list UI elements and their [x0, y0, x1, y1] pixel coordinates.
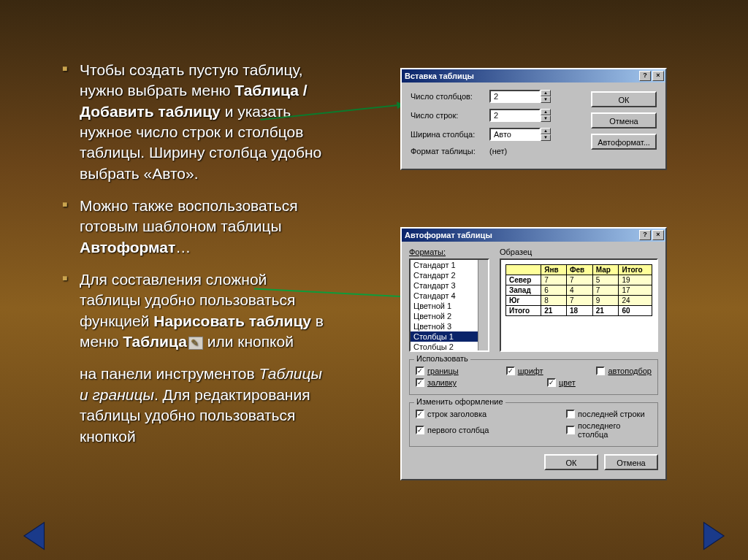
rows-input[interactable]: 2▲▼ — [489, 109, 555, 122]
text-bold: Автоформат — [80, 239, 175, 256]
formats-label: Форматы: — [409, 248, 489, 256]
group-title: Изменить оформление — [414, 397, 505, 406]
spin-down-icon[interactable]: ▼ — [541, 96, 551, 103]
list-item[interactable]: Цветной 2 — [411, 311, 488, 321]
cancel-button[interactable]: Отмена — [604, 454, 658, 470]
spin-up-icon[interactable]: ▲ — [541, 90, 551, 96]
list-item[interactable]: Стандарт 3 — [411, 280, 488, 291]
close-button[interactable]: × — [652, 230, 664, 240]
autoformat-button[interactable]: Автоформат... — [591, 134, 657, 150]
preview-table: ЯнвФевМарИтогоСевер77519Запад64717Юг8792… — [505, 264, 652, 316]
cols-label: Число столбцов: — [411, 92, 489, 101]
text: на панели инструментов — [80, 365, 259, 382]
chk-first-col[interactable]: ✓первого столбца — [416, 421, 522, 439]
text: … — [175, 239, 191, 256]
cols-value[interactable]: 2 — [489, 90, 541, 103]
text-bold: Таблица — [123, 333, 187, 350]
sample-label: Образец — [500, 248, 658, 256]
text: или кнопкой — [203, 333, 294, 350]
chk-autofit[interactable]: автоподбор — [596, 367, 652, 375]
apply-group: Изменить оформление ✓строк заголовка пос… — [409, 402, 658, 447]
width-label: Ширина столбца: — [411, 130, 489, 139]
group-title: Использовать — [414, 354, 470, 363]
width-value[interactable]: Авто — [489, 128, 541, 141]
list-item[interactable]: Стандарт 4 — [411, 291, 488, 301]
text: Можно также воспользоваться готовым шабл… — [80, 197, 298, 234]
format-value: (нет) — [489, 147, 507, 156]
prev-slide-button[interactable] — [19, 519, 53, 553]
spin-down-icon[interactable]: ▼ — [541, 115, 551, 122]
list-item[interactable]: Столбцы 1 — [411, 331, 488, 342]
pencil-icon — [188, 337, 203, 350]
chk-font[interactable]: ✓шрифт — [506, 367, 553, 375]
svg-marker-0 — [24, 523, 45, 550]
help-button[interactable]: ? — [639, 230, 651, 240]
preview-box: ЯнвФевМарИтогоСевер77519Запад64717Юг8792… — [500, 258, 658, 352]
spin-up-icon[interactable]: ▲ — [541, 109, 551, 115]
chk-last-row[interactable]: последней строки — [566, 410, 652, 418]
bullet-list: Чтобы создать пустую таблицу, нужно выбр… — [62, 60, 325, 447]
text-bold: Нарисовать таблицу — [153, 312, 311, 329]
list-item[interactable]: Стандарт 2 — [411, 270, 488, 280]
chk-color[interactable]: ✓цвет — [547, 378, 635, 387]
autoformat-dialog: Автоформат таблицы ? × Форматы: Стандарт… — [400, 227, 667, 480]
cols-input[interactable]: 2▲▼ — [489, 90, 555, 103]
chk-fill[interactable]: ✓заливку — [416, 378, 503, 387]
bullet-1: Чтобы создать пустую таблицу, нужно выбр… — [62, 60, 325, 184]
width-input[interactable]: Авто▲▼ — [489, 128, 555, 141]
dialog-title: Вставка таблицы — [405, 72, 638, 80]
rows-label: Число строк: — [411, 111, 489, 120]
ok-button[interactable]: ОК — [591, 91, 657, 107]
formats-listbox[interactable]: Стандарт 1Стандарт 2Стандарт 3Стандарт 4… — [409, 258, 489, 352]
format-label: Формат таблицы: — [411, 147, 489, 156]
spin-down-icon[interactable]: ▼ — [541, 134, 551, 141]
list-item[interactable]: Цветной 3 — [411, 321, 488, 331]
dialog-title: Автоформат таблицы — [405, 231, 638, 239]
titlebar[interactable]: Автоформат таблицы ? × — [402, 229, 665, 242]
scrollbar[interactable] — [478, 260, 488, 350]
chk-last-col[interactable]: последнего столбца — [566, 421, 652, 439]
help-button[interactable]: ? — [639, 71, 651, 81]
next-slide-button[interactable] — [695, 519, 729, 553]
use-group: Использовать ✓границы ✓шрифт автоподбор … — [409, 359, 658, 395]
cancel-button[interactable]: Отмена — [591, 112, 657, 129]
bullet-2: Можно также воспользоваться готовым шабл… — [62, 196, 325, 258]
close-button[interactable]: × — [652, 71, 664, 81]
bullet-3: Для составления сложной таблицы удобно п… — [62, 269, 325, 352]
list-item[interactable]: Цветной 1 — [411, 301, 488, 311]
ok-button[interactable]: ОК — [544, 454, 598, 470]
list-item[interactable]: Стандарт 1 — [411, 260, 488, 270]
chk-header-row[interactable]: ✓строк заголовка — [416, 410, 522, 418]
chk-borders[interactable]: ✓границы — [416, 367, 462, 375]
rows-value[interactable]: 2 — [489, 109, 541, 122]
bullet-3-continuation: на панели инструментов Таблицы и границы… — [62, 364, 325, 446]
insert-table-dialog: Вставка таблицы ? × Число столбцов: 2▲▼ … — [400, 68, 667, 170]
spin-up-icon[interactable]: ▲ — [541, 128, 551, 134]
svg-marker-1 — [704, 523, 725, 550]
titlebar[interactable]: Вставка таблицы ? × — [402, 69, 665, 83]
list-item[interactable]: Столбцы 2 — [411, 342, 488, 352]
